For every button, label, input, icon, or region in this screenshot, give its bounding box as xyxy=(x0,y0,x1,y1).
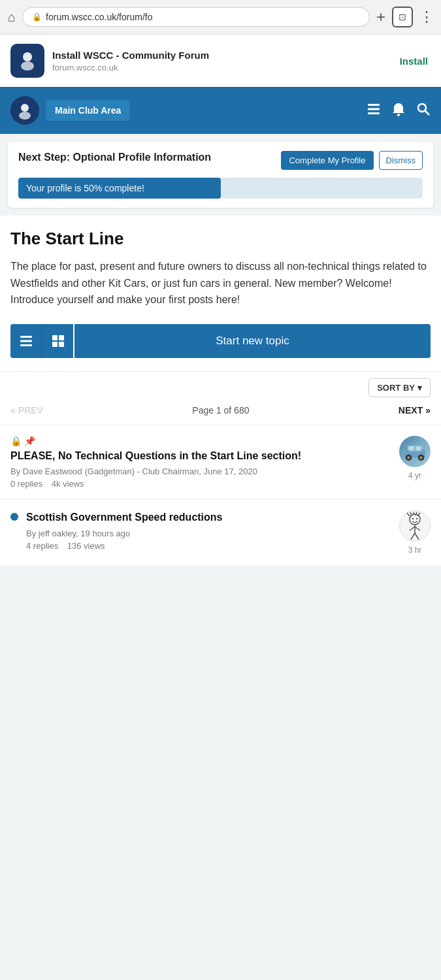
svg-point-8 xyxy=(418,104,426,112)
svg-point-3 xyxy=(19,112,31,120)
topic-list: 🔒 📌 PLEASE, No Technical Questions in th… xyxy=(0,425,441,565)
topic-meta: By Dave Eastwood (Gadgetman) - Club Chai… xyxy=(10,466,391,476)
svg-rect-19 xyxy=(409,446,414,450)
app-icon xyxy=(10,44,44,78)
install-text: Install WSCC - Community Forum forum.wsc… xyxy=(52,49,389,73)
prev-button[interactable]: « PREV xyxy=(10,405,43,416)
svg-line-34 xyxy=(410,527,415,531)
topic-icons: 🔒 📌 xyxy=(10,436,391,446)
svg-rect-13 xyxy=(52,335,57,340)
browser-chrome: ⌂ 🔒 forum.wscc.co.uk/forum/fo + ⊡ ⋮ xyxy=(0,0,441,35)
pin-icon: 📌 xyxy=(24,436,35,446)
page-info: Page 1 of 680 xyxy=(192,405,249,416)
svg-point-0 xyxy=(23,52,32,61)
progress-text: Your profile is 50% complete! xyxy=(26,183,144,193)
svg-rect-6 xyxy=(368,112,380,114)
avatar xyxy=(399,510,431,542)
svg-rect-5 xyxy=(368,108,380,110)
browser-menu-button[interactable]: ⋮ xyxy=(419,8,433,25)
sort-row: SORT BY ▾ xyxy=(10,378,431,397)
progress-bar-fill: Your profile is 50% complete! xyxy=(18,178,221,199)
forum-nav-label[interactable]: Main Club Area xyxy=(46,100,130,121)
install-url: forum.wscc.co.uk xyxy=(52,63,389,73)
sort-label: SORT BY xyxy=(377,383,415,393)
search-icon[interactable] xyxy=(416,102,431,120)
security-icon: 🔒 xyxy=(32,12,42,22)
next-arrow-icon: » xyxy=(425,405,431,416)
topic-item-left: 🔒 📌 PLEASE, No Technical Questions in th… xyxy=(10,436,391,489)
avatar xyxy=(399,436,431,467)
svg-point-31 xyxy=(412,518,414,519)
topic-stats: 0 replies 4k views xyxy=(10,479,391,489)
home-icon[interactable]: ⌂ xyxy=(8,10,16,25)
reply-count: 0 replies xyxy=(10,479,42,489)
complete-profile-button[interactable]: Complete My Profile xyxy=(281,151,373,170)
svg-point-24 xyxy=(419,456,423,459)
list-controls: SORT BY ▾ « PREV Page 1 of 680 NEXT » xyxy=(0,371,441,425)
notification-icon[interactable] xyxy=(391,102,406,120)
svg-rect-20 xyxy=(416,446,421,450)
topic-title: Scottish Government Speed reductions xyxy=(26,510,223,525)
new-topic-dot xyxy=(10,513,18,521)
svg-point-30 xyxy=(410,514,420,525)
table-row[interactable]: 🔒 📌 PLEASE, No Technical Questions in th… xyxy=(0,425,441,499)
forum-header-left: Main Club Area xyxy=(10,96,130,125)
address-bar[interactable]: 🔒 forum.wscc.co.uk/forum/fo xyxy=(22,7,370,27)
reply-count: 4 replies xyxy=(26,541,58,551)
topic-item-right: 3 hr xyxy=(399,510,431,555)
svg-rect-10 xyxy=(20,336,32,338)
time-ago: 4 yr xyxy=(408,471,421,480)
lock-icon: 🔒 xyxy=(10,436,22,446)
install-banner: Install WSCC - Community Forum forum.wsc… xyxy=(0,35,441,87)
forum-description: The place for past, present and future o… xyxy=(10,258,431,308)
svg-point-2 xyxy=(21,104,29,112)
start-new-topic-button[interactable]: Start new topic xyxy=(74,324,431,358)
time-ago: 3 hr xyxy=(408,546,422,555)
next-button[interactable]: NEXT » xyxy=(399,405,431,416)
next-label: NEXT xyxy=(399,405,423,416)
forum-logo xyxy=(10,96,39,125)
main-content: The Start Line The place for past, prese… xyxy=(0,216,441,371)
view-count: 4k views xyxy=(52,479,84,489)
forum-section-title: The Start Line xyxy=(10,229,431,249)
profile-banner: Next Step: Optional Profile Information … xyxy=(8,142,433,208)
forum-header-icons xyxy=(367,102,431,120)
install-title: Install WSCC - Community Forum xyxy=(52,49,389,62)
sort-arrow-icon: ▾ xyxy=(417,383,422,393)
svg-line-9 xyxy=(425,111,429,115)
profile-banner-buttons: Complete My Profile Dismiss xyxy=(281,151,423,170)
svg-line-25 xyxy=(407,513,410,516)
svg-point-22 xyxy=(407,456,410,459)
svg-point-32 xyxy=(416,518,417,519)
pagination-row: « PREV Page 1 of 680 NEXT » xyxy=(10,402,431,418)
topic-meta: By jeff oakley, 19 hours ago xyxy=(26,529,223,538)
cast-button[interactable]: ⊡ xyxy=(392,7,413,27)
list-view-icon[interactable] xyxy=(367,102,381,120)
topic-stats: 4 replies 136 views xyxy=(26,541,223,551)
svg-rect-15 xyxy=(52,342,57,347)
svg-line-36 xyxy=(411,533,415,540)
svg-line-35 xyxy=(415,527,420,531)
dismiss-button[interactable]: Dismiss xyxy=(379,151,423,170)
svg-line-37 xyxy=(415,533,419,540)
prev-arrow-icon: « xyxy=(10,405,16,416)
svg-rect-11 xyxy=(20,340,32,342)
prev-label: PREV xyxy=(18,405,43,416)
new-tab-button[interactable]: + xyxy=(376,8,385,26)
svg-rect-4 xyxy=(368,104,380,106)
grid-view-button[interactable] xyxy=(42,324,73,358)
sort-button[interactable]: SORT BY ▾ xyxy=(368,378,431,397)
view-count: 136 views xyxy=(67,541,105,551)
table-row[interactable]: Scottish Government Speed reductions By … xyxy=(0,499,441,565)
profile-banner-title: Next Step: Optional Profile Information xyxy=(18,151,211,165)
progress-bar-container: Your profile is 50% complete! xyxy=(18,178,423,199)
svg-point-7 xyxy=(397,114,400,116)
address-text: forum.wscc.co.uk/forum/fo xyxy=(46,12,152,22)
toolbar: Start new topic xyxy=(10,324,431,358)
install-button[interactable]: Install xyxy=(397,56,431,67)
list-view-button[interactable] xyxy=(10,324,42,358)
svg-rect-12 xyxy=(20,344,32,346)
svg-rect-14 xyxy=(59,335,64,340)
topic-item-left: Scottish Government Speed reductions By … xyxy=(10,510,391,550)
svg-rect-16 xyxy=(59,342,64,347)
